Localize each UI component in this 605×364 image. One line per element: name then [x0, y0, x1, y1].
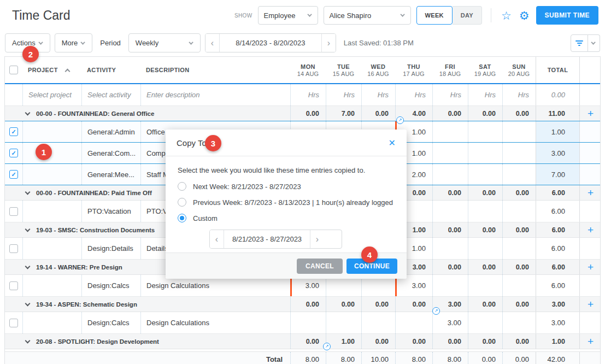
collapse-chevron-icon[interactable] — [25, 301, 31, 306]
project-cell[interactable] — [22, 275, 81, 296]
day-hours-cell[interactable] — [468, 275, 502, 296]
close-icon[interactable]: ✕ — [389, 138, 396, 148]
day-hours-cell[interactable] — [502, 312, 536, 333]
activity-cell[interactable]: Design:Details — [81, 238, 140, 259]
day-hours-cell[interactable] — [468, 201, 502, 222]
add-entry-plus-icon[interactable]: + — [579, 185, 601, 200]
day-hours-cell[interactable] — [502, 143, 536, 163]
project-cell[interactable] — [22, 238, 81, 259]
hours-input[interactable]: Hrs — [290, 84, 326, 105]
custom-date-range[interactable]: 8/21/2023 - 8/27/2023 — [224, 235, 310, 243]
radio-selected-icon[interactable] — [178, 214, 186, 222]
previous-week-arrow[interactable]: ‹ — [205, 34, 220, 52]
time-entry-row[interactable]: Design:CalcsDesign Calculations3.00↗3.00 — [5, 312, 600, 334]
day-hours-cell[interactable] — [502, 275, 536, 296]
favorite-star-icon[interactable]: ☆ — [500, 9, 513, 22]
collapse-chevron-icon[interactable] — [25, 110, 31, 115]
column-header-activity[interactable]: ACTIVITY — [81, 67, 140, 73]
week-date-range[interactable]: 8/14/2023 - 8/20/2023 — [220, 39, 321, 47]
radio-unselected-icon[interactable] — [178, 198, 186, 207]
day-hours-cell[interactable] — [502, 238, 536, 259]
collapse-chevron-icon[interactable] — [25, 189, 31, 195]
hours-input[interactable]: Hrs — [395, 84, 432, 105]
column-header-description[interactable]: DESCRIPTION — [140, 67, 290, 73]
hours-input[interactable]: Hrs — [361, 84, 395, 105]
day-hours-cell[interactable] — [361, 312, 395, 333]
day-hours-cell[interactable] — [468, 164, 502, 185]
add-entry-plus-icon[interactable]: + — [579, 222, 601, 237]
hours-input[interactable]: Hrs — [468, 84, 502, 105]
project-group-row[interactable]: 20-08 - SPOTLIGHT: Design Development0.0… — [5, 334, 600, 349]
day-hours-cell[interactable] — [502, 201, 536, 222]
show-select[interactable]: Employee — [258, 6, 318, 25]
hours-input[interactable]: Hrs — [432, 84, 468, 105]
cancel-button[interactable]: CANCEL — [297, 259, 343, 274]
collapse-chevron-icon[interactable] — [25, 226, 31, 232]
row-checkbox[interactable] — [9, 319, 18, 327]
hours-input[interactable]: Hrs — [502, 84, 536, 105]
project-cell[interactable] — [22, 121, 81, 142]
day-toggle-button[interactable]: DAY — [453, 6, 482, 25]
period-select[interactable]: Weekly — [128, 33, 201, 52]
day-hours-cell[interactable] — [432, 238, 468, 259]
project-group-row[interactable]: 19-34 - ASPEN: Schematic Design0.000.000… — [5, 297, 600, 312]
row-checkbox[interactable] — [9, 207, 18, 216]
day-hours-cell[interactable] — [432, 275, 468, 296]
day-hours-cell[interactable] — [432, 121, 468, 142]
submit-time-button[interactable]: SUBMIT TIME — [536, 6, 598, 25]
project-cell[interactable] — [22, 201, 81, 222]
next-week-arrow[interactable]: › — [321, 34, 336, 52]
add-entry-plus-icon[interactable]: + — [579, 106, 601, 121]
filter-chevron-button[interactable] — [588, 34, 600, 52]
day-hours-cell[interactable]: 3.00↗ — [432, 312, 468, 333]
activity-cell[interactable]: Design:Calcs — [81, 275, 140, 296]
custom-previous-week-arrow[interactable]: ‹ — [210, 230, 224, 248]
collapse-chevron-icon[interactable] — [25, 263, 31, 269]
hours-input[interactable]: Hrs — [326, 84, 361, 105]
add-entry-plus-icon[interactable]: + — [579, 297, 601, 312]
custom-next-week-arrow[interactable]: › — [310, 230, 324, 248]
option-next-week[interactable]: Next Week: 8/21/2023 - 8/27/2023 — [178, 182, 395, 191]
select-all-checkbox[interactable] — [9, 66, 18, 74]
row-checkbox[interactable] — [9, 244, 18, 253]
day-hours-cell[interactable] — [326, 312, 361, 333]
activity-input[interactable]: Select activity — [81, 84, 140, 105]
project-input[interactable]: Select project — [22, 84, 81, 105]
option-custom[interactable]: Custom — [178, 214, 395, 222]
day-hours-cell[interactable] — [432, 143, 468, 163]
row-checkbox[interactable]: ✓ — [9, 170, 18, 179]
day-hours-cell[interactable] — [502, 164, 536, 185]
activity-cell[interactable]: General:Mee... — [81, 164, 140, 185]
employee-select[interactable]: Alice Shapiro — [324, 6, 411, 25]
project-cell[interactable] — [22, 143, 81, 163]
day-hours-cell[interactable] — [468, 238, 502, 259]
project-cell[interactable] — [22, 312, 81, 333]
row-checkbox[interactable] — [9, 281, 18, 290]
radio-unselected-icon[interactable] — [178, 182, 186, 191]
settings-gear-icon[interactable]: ⚙ — [518, 9, 531, 22]
activity-cell[interactable]: General:Com... — [81, 143, 140, 163]
activity-cell[interactable]: Design:Calcs — [81, 312, 140, 333]
day-hours-cell[interactable] — [468, 143, 502, 163]
description-cell[interactable]: Design Calculations — [140, 312, 290, 333]
day-hours-cell[interactable] — [395, 312, 432, 333]
day-hours-cell[interactable] — [432, 164, 468, 185]
day-hours-cell[interactable] — [432, 201, 468, 222]
day-hours-cell[interactable] — [502, 121, 536, 142]
column-header-project[interactable]: PROJECT — [22, 67, 81, 73]
more-button[interactable]: More — [55, 33, 93, 52]
description-input[interactable]: Enter description — [140, 84, 290, 105]
collapse-chevron-icon[interactable] — [25, 338, 31, 343]
project-group-row[interactable]: 00-00 - FOUNTAINHEAD: General Office0.00… — [5, 106, 600, 121]
filter-icon[interactable] — [571, 34, 588, 52]
row-checkbox[interactable]: ✓ — [9, 127, 18, 136]
project-cell[interactable] — [22, 164, 81, 185]
add-entry-plus-icon[interactable]: + — [579, 334, 601, 349]
option-previous-week[interactable]: Previous Week: 8/7/2023 - 8/13/2023 | 1 … — [178, 198, 395, 207]
day-hours-cell[interactable] — [290, 312, 326, 333]
row-checkbox[interactable]: ✓ — [9, 149, 18, 157]
activity-cell[interactable]: General:Admin — [81, 121, 140, 142]
day-hours-cell[interactable] — [468, 121, 502, 142]
day-hours-cell[interactable] — [468, 312, 502, 333]
week-toggle-button[interactable]: WEEK — [416, 6, 453, 25]
